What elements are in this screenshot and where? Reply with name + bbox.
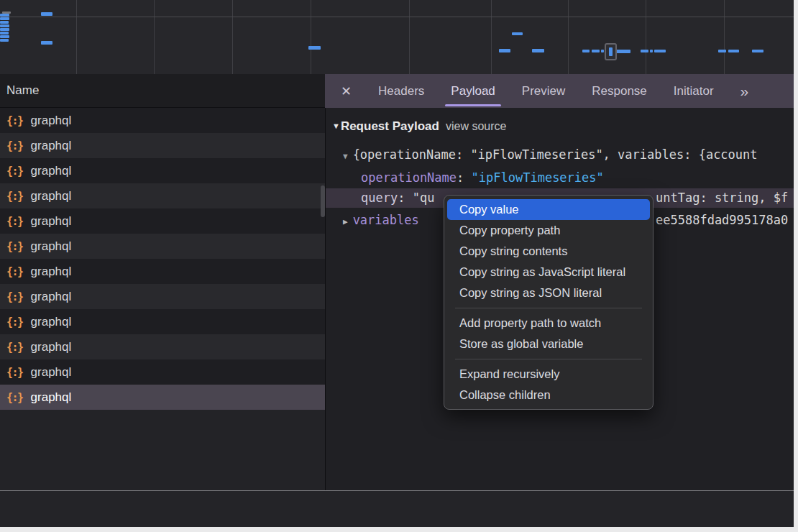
timeline-request-bar [532,49,544,52]
devtools-window: Name {:}graphql{:}graphql{:}graphql{:}gr… [0,0,794,527]
request-name-label: graphql [31,189,72,203]
tab-headers[interactable]: Headers [378,74,424,108]
context-menu: Copy valueCopy property pathCopy string … [444,195,653,410]
request-name-label: graphql [31,139,72,153]
json-request-icon: {:} [6,215,23,228]
json-request-icon: {:} [6,114,23,127]
network-request-row[interactable]: {:}graphql [0,259,325,284]
json-request-icon: {:} [6,341,23,354]
menu-item-expand-recursively[interactable]: Expand recursively [447,364,650,385]
payload-root-row[interactable]: ▼{operationName: "ipFlowTimeseries", var… [343,147,758,164]
network-request-row[interactable]: {:}graphql [0,284,325,309]
timeline-gridline [724,0,725,74]
timeline-request-bar [0,17,9,20]
request-name-label: graphql [31,265,72,279]
request-name-label: graphql [31,390,72,405]
timeline-selected-marker [605,43,617,60]
network-request-row[interactable]: {:}graphql [0,385,325,410]
timeline-hline [0,17,794,17]
menu-item-add-property-path-to-watch[interactable]: Add property path to watch [447,313,650,334]
tab-initiator[interactable]: Initiator [674,74,714,108]
timeline-request-bar [512,32,523,35]
page-edge-right [794,0,798,532]
property-key: variables [353,213,419,227]
timeline-request-bar [0,28,9,31]
menu-item-collapse-children[interactable]: Collapse children [447,385,650,405]
timeline-request-bar [592,50,600,52]
tab-preview[interactable]: Preview [522,74,565,108]
menu-item-copy-value[interactable]: Copy value [447,199,650,220]
more-tabs-icon[interactable]: » [740,83,748,100]
timeline-request-bar [582,50,590,52]
network-request-row[interactable]: {:}graphql [0,359,325,385]
network-request-row[interactable]: {:}graphql [0,158,325,183]
timeline-request-bar [654,50,666,52]
query-left-fragment: : "qu [398,191,434,205]
menu-item-copy-string-as-json-literal[interactable]: Copy string as JSON literal [447,283,650,303]
json-request-icon: {:} [6,366,23,379]
timeline-request-bar [0,35,9,38]
menu-item-copy-property-path[interactable]: Copy property path [447,220,650,241]
network-overview-timeline[interactable] [0,0,794,75]
devtools-screenshot: Name {:}graphql{:}graphql{:}graphql{:}gr… [0,0,798,532]
tab-response[interactable]: Response [592,74,647,108]
timeline-gridline [154,0,155,74]
json-request-icon: {:} [6,265,23,278]
collapse-triangle-icon[interactable]: ▼ [332,121,340,130]
network-request-row[interactable]: {:}graphql [0,309,325,334]
network-request-row[interactable]: {:}graphql [0,208,325,234]
menu-item-store-as-global-variable[interactable]: Store as global variable [447,334,650,354]
timeline-gridline [311,0,311,74]
request-payload-section-title[interactable]: ▼Request Payload [332,119,439,134]
json-request-icon: {:} [6,316,23,329]
timeline-gridline [76,0,77,74]
timeline-request-bar [0,24,9,27]
timeline-request-bar [41,41,52,45]
payload-root-preview: {operationName: "ipFlowTimeseries", vari… [353,147,758,162]
menu-item-copy-string-contents[interactable]: Copy string contents [447,241,650,262]
timeline-gridline [646,0,646,74]
request-name-label: graphql [31,114,72,128]
timeline-request-bar [718,50,726,52]
timeline-request-bar [308,46,321,50]
menu-separator [455,308,642,308]
network-request-row[interactable]: {:}graphql [0,183,325,208]
view-source-link[interactable]: view source [446,120,506,133]
network-request-row[interactable]: {:}graphql [0,133,325,158]
network-request-row[interactable]: {:}graphql [0,334,325,359]
timeline-request-bar [0,14,9,17]
request-name-label: graphql [31,315,72,329]
timeline-request-bar [601,50,604,52]
variables-right-fragment: ee5588fdad995178a0 [656,213,788,228]
timeline-request-bar [615,50,630,53]
timeline-gridline [491,0,492,74]
network-request-row[interactable]: {:}graphql [0,108,325,133]
timeline-request-bar [41,12,52,16]
query-right-fragment: untTag: string, $f [656,191,788,206]
json-request-icon: {:} [6,391,23,404]
network-table-header[interactable]: Name [0,74,325,108]
property-key: query [361,191,398,205]
request-name-label: graphql [31,164,72,178]
tab-payload[interactable]: Payload [451,74,495,108]
request-name-label: graphql [31,214,72,229]
payload-variables-row[interactable]: ▶variables [343,213,419,229]
close-icon[interactable]: ✕ [341,83,352,99]
payload-operationname-row[interactable]: operationName: "ipFlowTimeseries" [361,170,604,185]
timeline-request-bar [650,50,653,52]
timeline-gridline [232,0,233,74]
timeline-request-bar [0,39,9,42]
menu-item-copy-string-as-javascript-literal[interactable]: Copy string as JavaScript literal [447,262,650,283]
network-request-row[interactable]: {:}graphql [0,234,325,259]
expand-triangle-icon[interactable]: ▶ [343,217,348,226]
timeline-gridline [409,0,410,74]
timeline-request-bar [0,32,9,35]
timeline-gridline [568,0,569,74]
timeline-request-bar [641,50,648,52]
json-request-icon: {:} [6,139,23,152]
property-key: operationName [361,170,457,185]
expand-triangle-icon[interactable]: ▼ [343,152,348,161]
property-value: "ipFlowTimeseries" [472,170,604,185]
request-name-label: graphql [31,239,72,254]
payload-query-row[interactable]: query: "qu [361,191,434,206]
